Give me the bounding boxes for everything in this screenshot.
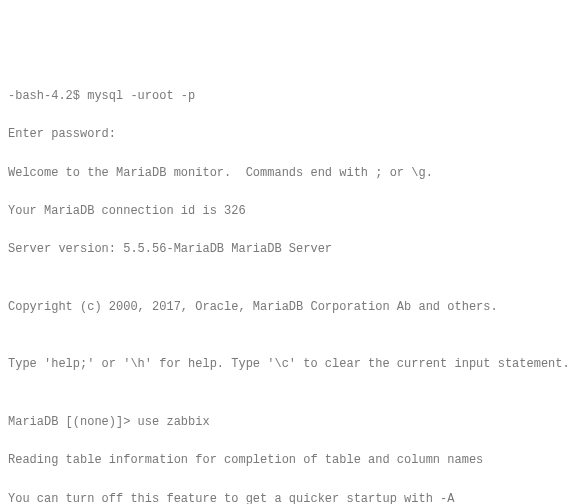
terminal-line: Welcome to the MariaDB monitor. Commands… (8, 164, 566, 183)
terminal-line: -bash-4.2$ mysql -uroot -p (8, 87, 566, 106)
terminal-line: Reading table information for completion… (8, 451, 566, 470)
terminal-line: Copyright (c) 2000, 2017, Oracle, MariaD… (8, 298, 566, 317)
terminal-line: Your MariaDB connection id is 326 (8, 202, 566, 221)
terminal-line: Server version: 5.5.56-MariaDB MariaDB S… (8, 240, 566, 259)
terminal-line: Enter password: (8, 125, 566, 144)
terminal-line: Type 'help;' or '\h' for help. Type '\c'… (8, 355, 566, 374)
terminal-line: MariaDB [(none)]> use zabbix (8, 413, 566, 432)
terminal-line: You can turn off this feature to get a q… (8, 490, 566, 504)
